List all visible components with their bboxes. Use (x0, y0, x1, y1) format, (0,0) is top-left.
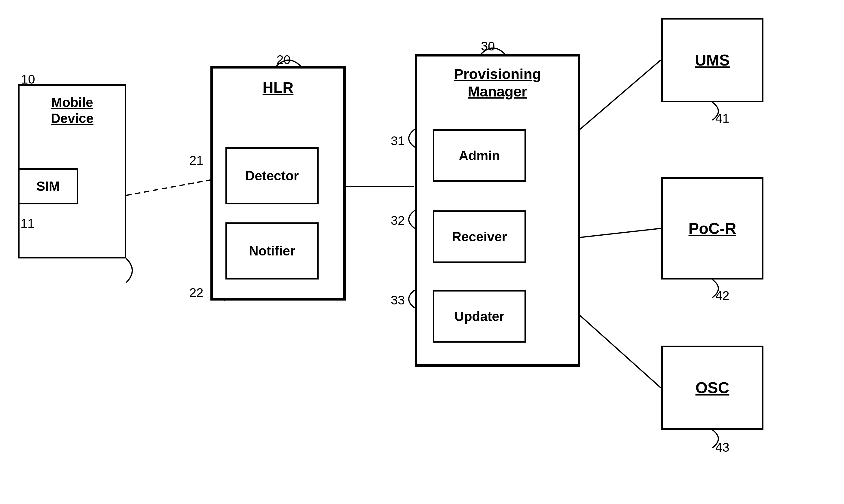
pm-title: Provisioning Manager (417, 66, 578, 100)
sim-label: SIM (36, 179, 60, 194)
label-30: 30 (481, 39, 495, 54)
pocr-label: PoC-R (688, 219, 736, 237)
sim-box: SIM (18, 168, 78, 204)
updater-box: Updater (433, 290, 526, 343)
detector-label: Detector (245, 168, 299, 183)
receiver-box: Receiver (433, 210, 526, 263)
mobile-device-title: Mobile Device (20, 95, 125, 127)
svg-line-0 (126, 177, 225, 195)
notifier-box: Notifier (226, 222, 319, 280)
label-21: 21 (190, 153, 203, 168)
label-41: 41 (715, 111, 730, 126)
osc-label: OSC (696, 379, 730, 397)
notifier-label: Notifier (249, 244, 295, 258)
detector-box: Detector (226, 147, 319, 204)
label-42: 42 (715, 289, 730, 303)
ums-box: UMS (661, 18, 764, 102)
hlr-title: HLR (213, 79, 343, 96)
label-31: 31 (391, 134, 405, 148)
diagram-container: Mobile Device 10 SIM 11 HLR 20 21 22 Det… (0, 0, 844, 504)
label-32: 32 (391, 213, 405, 228)
label-22: 22 (190, 286, 203, 300)
svg-line-2 (580, 60, 661, 129)
pocr-box: PoC-R (661, 177, 764, 280)
label-10: 10 (21, 72, 35, 87)
label-20: 20 (276, 53, 291, 67)
svg-line-3 (580, 229, 661, 237)
admin-box: Admin (433, 129, 526, 182)
label-11: 11 (20, 216, 35, 231)
receiver-label: Receiver (452, 229, 507, 244)
svg-line-4 (580, 316, 661, 388)
ums-label: UMS (695, 51, 730, 69)
label-33: 33 (391, 293, 405, 307)
updater-label: Updater (454, 309, 504, 324)
admin-label: Admin (459, 148, 500, 163)
label-43: 43 (715, 440, 730, 455)
osc-box: OSC (661, 346, 764, 430)
